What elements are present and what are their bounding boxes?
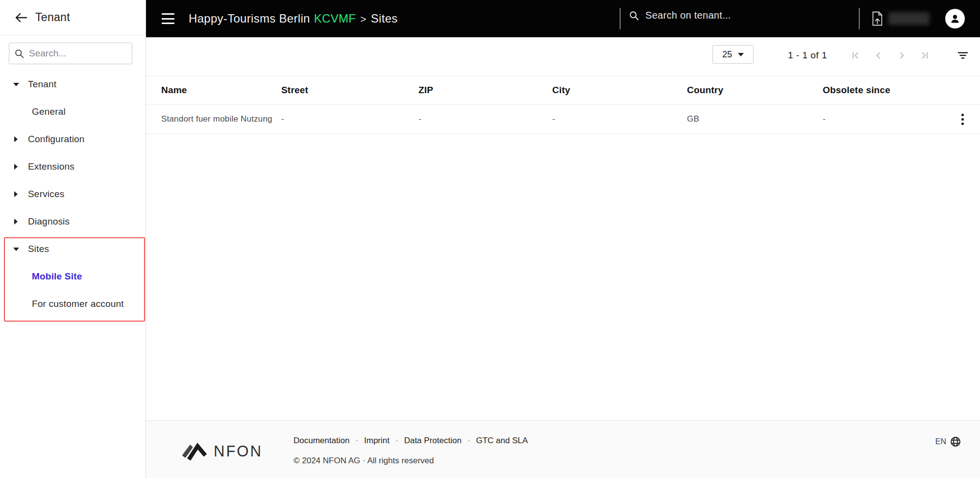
chevron-right-icon[interactable] [14,136,18,142]
column-header-street[interactable]: Street [281,85,418,96]
chevron-right-icon[interactable] [14,219,18,225]
sidebar-item-label: Tenant [28,79,56,90]
chevron-right-icon [896,50,907,61]
sidebar-item-extensions[interactable]: Extensions [0,153,146,180]
sidebar-item-tenant[interactable]: Tenant [0,71,146,98]
back-button[interactable] [14,10,28,25]
pagination-controls [850,50,931,61]
previous-page-button[interactable] [873,50,884,61]
table-body: Standort fuer mobile Nutzung---GB- [146,105,980,134]
filter-icon [957,50,969,60]
footer-link-separator: · [395,436,398,446]
first-page-button[interactable] [850,50,861,61]
search-icon [14,49,24,59]
chevron-right-icon[interactable] [14,164,18,170]
language-code: EN [935,437,946,446]
page-size-select[interactable]: 25 [712,45,754,64]
header-divider [620,8,620,29]
export-icon [871,11,884,26]
footer-copyright: © 2024 NFON AG · All rights reserved [294,456,434,466]
cell-street: - [281,114,418,124]
nfon-brand: NFON [182,441,263,462]
chevron-down-icon[interactable] [13,248,19,251]
person-icon [949,13,961,25]
sidebar-item-label: Extensions [28,161,74,172]
first-page-icon [850,50,861,61]
nfon-logo-text: NFON [214,443,263,460]
chevron-down-icon[interactable] [13,83,19,86]
cell-obsolete-since: - [823,114,956,124]
cell-actions [956,111,980,127]
sidebar-item-label: Diagnosis [28,216,70,227]
sidebar-item-diagnosis[interactable]: Diagnosis [0,208,146,235]
table-header-row: NameStreetZIPCityCountryObsolete since [146,75,980,105]
sidebar-item-for-customer-account[interactable]: For customer account [0,290,146,318]
footer-link-separator: · [467,436,470,446]
top-header: Happy-Tourisms BerlinKCVMF>Sites [146,0,980,37]
footer-link-imprint[interactable]: Imprint [364,436,390,446]
footer-links: Documentation·Imprint·Data Protection·GT… [294,436,528,446]
app-window: Tenant TenantGeneralConfigurationExtensi… [0,0,980,478]
sidebar-item-label: Services [28,189,64,200]
sidebar-item-label: For customer account [32,299,124,309]
next-page-button[interactable] [896,50,907,61]
tenant-search[interactable] [629,10,844,21]
footer-link-gtc-and-sla[interactable]: GTC and SLA [476,436,528,446]
sidebar-item-label: Mobile Site [32,271,82,282]
footer-link-data-protection[interactable]: Data Protection [404,436,462,446]
globe-icon [950,436,961,448]
cell-zip: - [418,114,552,124]
nfon-logo-icon [182,441,208,462]
search-icon [629,10,639,21]
sidebar-title: Tenant [35,11,70,24]
language-switcher[interactable]: EN [935,436,961,448]
sidebar-item-sites[interactable]: Sites [0,235,146,263]
main-content: 25 1 - 1 of 1 [146,37,980,420]
breadcrumb-tenant-code[interactable]: KCVMF [314,12,356,25]
redacted-username [888,12,930,25]
tenant-search-input[interactable] [645,10,832,21]
breadcrumb-separator: > [360,13,367,25]
sidebar-item-services[interactable]: Services [0,180,146,208]
menu-icon[interactable] [162,13,174,24]
column-header-name[interactable]: Name [161,85,281,96]
last-page-icon [919,50,931,61]
footer: NFON Documentation·Imprint·Data Protecti… [146,420,980,478]
table-row[interactable]: Standort fuer mobile Nutzung---GB- [146,105,980,134]
footer-link-separator: · [355,436,358,446]
sidebar-search-input[interactable] [29,48,122,59]
chevron-right-icon[interactable] [14,191,18,197]
sidebar-item-label: Sites [28,244,49,254]
page-size-value: 25 [722,50,732,60]
column-header-obsolete-since[interactable]: Obsolete since [823,85,956,96]
row-menu-button[interactable] [956,111,968,127]
breadcrumb-tenant: Happy-Tourisms Berlin [189,12,310,25]
sidebar-item-label: Configuration [28,134,85,145]
chevron-left-icon [873,50,884,61]
sidebar-header: Tenant [0,0,146,35]
cell-country: GB [687,114,823,124]
breadcrumb: Happy-Tourisms BerlinKCVMF>Sites [189,12,398,25]
cell-name: Standort fuer mobile Nutzung [161,114,281,124]
column-header-zip[interactable]: ZIP [418,85,552,96]
last-page-button[interactable] [919,50,931,61]
sidebar-item-label: General [32,106,66,117]
pagination-range: 1 - 1 of 1 [773,50,842,61]
user-avatar-button[interactable] [945,9,965,28]
column-header-city[interactable]: City [552,85,687,96]
sidebar-nav: TenantGeneralConfigurationExtensionsServ… [0,71,146,318]
export-button[interactable] [871,11,884,26]
cell-city: - [552,114,687,124]
sidebar-item-mobile-site[interactable]: Mobile Site [0,263,146,290]
sidebar-item-general[interactable]: General [0,98,146,126]
sidebar: Tenant TenantGeneralConfigurationExtensi… [0,0,146,478]
filter-button[interactable] [956,50,970,61]
header-divider [859,8,859,29]
sidebar-item-configuration[interactable]: Configuration [0,126,146,153]
breadcrumb-page: Sites [371,12,398,25]
footer-link-documentation[interactable]: Documentation [294,436,349,446]
sidebar-search[interactable] [9,43,132,64]
back-arrow-icon [14,12,28,24]
column-header-country[interactable]: Country [687,85,823,96]
caret-down-icon [738,53,744,56]
